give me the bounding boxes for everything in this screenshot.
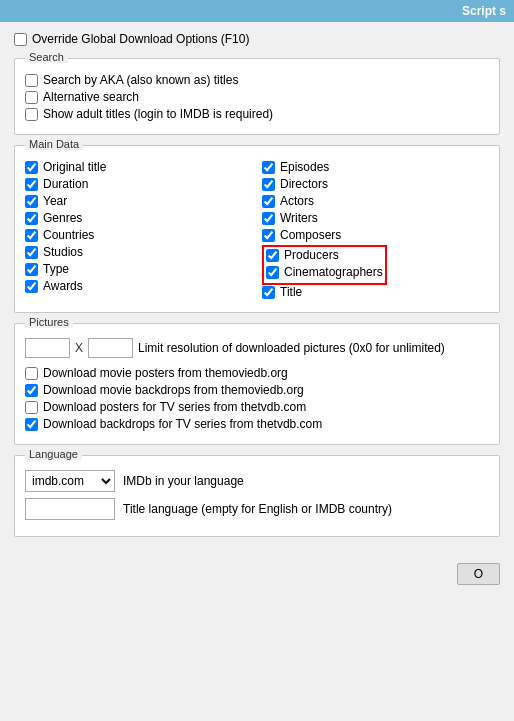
type-row[interactable]: Type [25,262,252,276]
main-data-right-col: Episodes Directors Actors Writers Compos… [262,160,489,302]
original-title-row[interactable]: Original title [25,160,252,174]
search-section-content: Search by AKA (also known as) titles Alt… [25,73,489,121]
language-section: Language imdb.com IMDb in your language … [14,455,500,537]
countries-label: Countries [43,228,94,242]
producers-label: Producers [284,248,339,262]
tv-backdrops-row[interactable]: Download backdrops for TV series from th… [25,417,489,431]
writers-checkbox[interactable] [262,212,275,225]
movie-backdrops-row[interactable]: Download movie backdrops from themoviedb… [25,383,489,397]
genres-row[interactable]: Genres [25,211,252,225]
pictures-section: Pictures 800 X 600 Limit resolution of d… [14,323,500,445]
alt-search-label: Alternative search [43,90,139,104]
title-label: Title [280,285,302,299]
countries-checkbox[interactable] [25,229,38,242]
composers-row[interactable]: Composers [262,228,489,242]
aka-search-checkbox[interactable] [25,74,38,87]
resolution-row: 800 X 600 Limit resolution of downloaded… [25,338,489,358]
ok-button[interactable]: O [457,563,500,585]
writers-label: Writers [280,211,318,225]
genres-checkbox[interactable] [25,212,38,225]
main-data-section-label: Main Data [25,138,83,150]
year-checkbox[interactable] [25,195,38,208]
actors-checkbox[interactable] [262,195,275,208]
year-label: Year [43,194,67,208]
tv-backdrops-label: Download backdrops for TV series from th… [43,417,322,431]
actors-row[interactable]: Actors [262,194,489,208]
studios-label: Studios [43,245,83,259]
search-section-label: Search [25,51,68,63]
type-checkbox[interactable] [25,263,38,276]
duration-checkbox[interactable] [25,178,38,191]
footer-bar: O [0,557,514,591]
movie-posters-row[interactable]: Download movie posters from themoviedb.o… [25,366,489,380]
language-select[interactable]: imdb.com [25,470,115,492]
override-global-checkbox[interactable] [14,33,27,46]
cinematographers-row[interactable]: Cinematographers [266,265,383,279]
duration-row[interactable]: Duration [25,177,252,191]
language-section-label: Language [25,448,82,460]
width-input[interactable]: 800 [25,338,70,358]
movie-posters-label: Download movie posters from themoviedb.o… [43,366,288,380]
title-text: Script s [462,4,506,18]
title-lang-label: Title language (empty for English or IMD… [123,502,392,516]
main-data-grid: Original title Duration Year Genres Coun… [25,160,489,302]
genres-label: Genres [43,211,82,225]
original-title-label: Original title [43,160,106,174]
main-data-section: Main Data Original title Duration Year [14,145,500,313]
cinematographers-checkbox[interactable] [266,266,279,279]
override-global-label[interactable]: Override Global Download Options (F10) [14,32,500,46]
height-input[interactable]: 600 [88,338,133,358]
type-label: Type [43,262,69,276]
episodes-label: Episodes [280,160,329,174]
tv-backdrops-checkbox[interactable] [25,418,38,431]
directors-checkbox[interactable] [262,178,275,191]
aka-search-label: Search by AKA (also known as) titles [43,73,238,87]
directors-row[interactable]: Directors [262,177,489,191]
aka-search-row[interactable]: Search by AKA (also known as) titles [25,73,489,87]
imdb-lang-label: IMDb in your language [123,474,244,488]
title-lang-row: Title language (empty for English or IMD… [25,498,489,520]
movie-posters-checkbox[interactable] [25,367,38,380]
awards-row[interactable]: Awards [25,279,252,293]
alt-search-checkbox[interactable] [25,91,38,104]
awards-checkbox[interactable] [25,280,38,293]
producers-row[interactable]: Producers [266,248,383,262]
pictures-section-content: 800 X 600 Limit resolution of downloaded… [25,338,489,431]
title-row[interactable]: Title [262,285,489,299]
title-lang-input[interactable] [25,498,115,520]
directors-label: Directors [280,177,328,191]
adult-titles-label: Show adult titles (login to IMDB is requ… [43,107,273,121]
countries-row[interactable]: Countries [25,228,252,242]
episodes-checkbox[interactable] [262,161,275,174]
limit-label: Limit resolution of downloaded pictures … [138,341,445,355]
year-row[interactable]: Year [25,194,252,208]
episodes-row[interactable]: Episodes [262,160,489,174]
top-option-row: Override Global Download Options (F10) [14,32,500,46]
pictures-section-label: Pictures [25,316,73,328]
movie-backdrops-checkbox[interactable] [25,384,38,397]
tv-posters-row[interactable]: Download posters for TV series from thet… [25,400,489,414]
adult-titles-checkbox[interactable] [25,108,38,121]
main-data-left-col: Original title Duration Year Genres Coun… [25,160,252,302]
writers-row[interactable]: Writers [262,211,489,225]
imdb-lang-row: imdb.com IMDb in your language [25,470,489,492]
override-global-text: Override Global Download Options (F10) [32,32,249,46]
composers-label: Composers [280,228,341,242]
producers-checkbox[interactable] [266,249,279,262]
title-checkbox[interactable] [262,286,275,299]
search-section: Search Search by AKA (also known as) tit… [14,58,500,135]
actors-label: Actors [280,194,314,208]
original-title-checkbox[interactable] [25,161,38,174]
tv-posters-checkbox[interactable] [25,401,38,414]
duration-label: Duration [43,177,88,191]
tv-posters-label: Download posters for TV series from thet… [43,400,306,414]
composers-checkbox[interactable] [262,229,275,242]
title-bar: Script s [0,0,514,22]
studios-checkbox[interactable] [25,246,38,259]
adult-titles-row[interactable]: Show adult titles (login to IMDB is requ… [25,107,489,121]
studios-row[interactable]: Studios [25,245,252,259]
movie-backdrops-label: Download movie backdrops from themoviedb… [43,383,304,397]
cinematographers-label: Cinematographers [284,265,383,279]
highlight-box: Producers Cinematographers [262,245,387,285]
alt-search-row[interactable]: Alternative search [25,90,489,104]
